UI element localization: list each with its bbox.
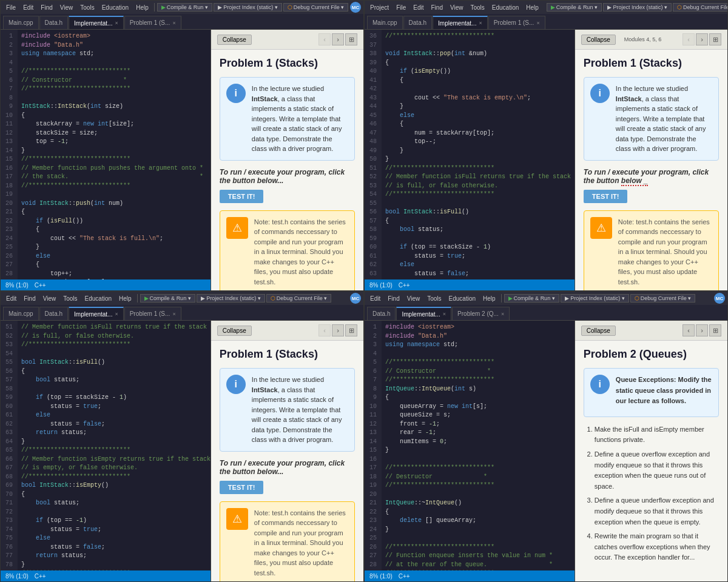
menu-tools[interactable]: Tools [77, 3, 97, 12]
menu-find[interactable]: Find [38, 3, 55, 12]
menu-find-bl[interactable]: Find [21, 294, 38, 303]
menu-find-tr[interactable]: Find [428, 3, 445, 12]
debug-btn[interactable]: ⬡ Debug Current File ▾ [283, 3, 349, 12]
menu-project[interactable]: Project [367, 3, 392, 12]
project-index-btn[interactable]: ▶ Project Index (static) ▾ [214, 3, 282, 12]
debug-btn-bl[interactable]: ⬡ Debug Current File ▾ [266, 294, 332, 303]
tab-implementat-bl[interactable]: Implementat... × [69, 307, 124, 320]
tab-implementat[interactable]: Implementat... × [69, 16, 124, 29]
menu-education-br[interactable]: Education [446, 294, 479, 303]
compile-run-btn-bl[interactable]: ▶ Compile & Run ▾ [140, 294, 195, 303]
tab-main-cpp[interactable]: Main.cpp [3, 16, 39, 29]
module-info: Modules 4, 5, 6 [624, 36, 662, 42]
tab-implementat-br[interactable]: Implementat... × [396, 307, 451, 320]
panel-content-bottom-left: Problem 1 (Stacks) i In the lecture we s… [211, 341, 363, 581]
debug-icon: ⬡ [288, 4, 292, 10]
line-numbers-top-left: 12345 678910 1112131415 1617181920 21222… [1, 30, 18, 279]
menu-tools-bl[interactable]: Tools [60, 294, 80, 303]
menu-edit[interactable]: Edit [20, 3, 36, 12]
tab-implementat-tr[interactable]: Implementat... × [433, 16, 488, 29]
project-index-btn-bl[interactable]: ▶ Project Index (static) ▾ [197, 294, 265, 303]
menu-help-br[interactable]: Help [480, 294, 499, 303]
problem-title-top-left: Problem 1 (Stacks) [220, 57, 355, 70]
menu-view[interactable]: View [57, 3, 76, 12]
tab-data-h-br[interactable]: Data.h [367, 307, 396, 320]
menu-help-tr[interactable]: Help [523, 3, 542, 12]
status-position-br: 8% (1:0) [369, 573, 393, 580]
menu-education[interactable]: Education [99, 3, 132, 12]
nav-prev-btn[interactable]: ‹ [318, 33, 331, 45]
status-bar-bottom-right: 8% (1:0) C++ [365, 570, 575, 581]
menu-edit-tr[interactable]: Edit [410, 3, 426, 12]
tab-close-icon-tr[interactable]: × [479, 20, 482, 26]
collapse-btn-top-left[interactable]: Collapse [217, 35, 252, 45]
tab-problem1-bl[interactable]: Problem 1 (S... × [124, 307, 181, 320]
below-underline: below _ [621, 176, 648, 186]
collapse-btn-bottom-right[interactable]: Collapse [581, 326, 616, 336]
code-scroll-bottom-left[interactable]: 5152535455 5657585960 6162636465 6667686… [1, 321, 211, 570]
tab-close-icon-bl[interactable]: × [115, 311, 118, 317]
tab-close-icon-2-bl[interactable]: × [172, 311, 175, 317]
project-index-btn-tr[interactable]: ▶ Project Index (static) ▾ [603, 3, 672, 12]
nav-expand-btn-tr[interactable]: ⊞ [709, 33, 721, 45]
tab-main-cpp-tr[interactable]: Main.cpp [367, 16, 403, 29]
tab-data-h[interactable]: Data.h [39, 16, 68, 29]
test-it-btn-top-left[interactable]: TEST IT! [220, 190, 264, 203]
tab-close-icon-2-br[interactable]: × [501, 311, 504, 317]
nav-expand-btn-bl[interactable]: ⊞ [345, 324, 357, 336]
menu-file[interactable]: File [3, 3, 19, 12]
tab-close-icon-br[interactable]: × [443, 311, 446, 317]
menu-edit-br[interactable]: Edit [367, 294, 383, 303]
nav-prev-btn-tr[interactable]: ‹ [682, 33, 695, 45]
tab-bar-top-left: Main.cpp Data.h Implementat... × Problem… [1, 14, 363, 30]
menu-help[interactable]: Help [133, 3, 152, 12]
nav-expand-btn-br[interactable]: ⊞ [709, 324, 721, 336]
menu-find-br[interactable]: Find [385, 294, 402, 303]
tab-data-h-tr[interactable]: Data.h [403, 16, 432, 29]
menu-file-tr[interactable]: File [393, 3, 409, 12]
test-it-btn-top-right[interactable]: TEST IT! [584, 190, 628, 203]
code-scroll-top-right[interactable]: 3637383940 4142434445 4647484950 5152535… [365, 30, 575, 279]
menu-help-bl[interactable]: Help [116, 294, 135, 303]
collapse-btn-bottom-left[interactable]: Collapse [217, 326, 252, 336]
nav-next-btn-br[interactable]: › [696, 324, 708, 336]
project-index-btn-br[interactable]: ▶ Project Index (static) ▾ [561, 294, 629, 303]
nav-next-btn[interactable]: › [332, 33, 344, 45]
tab-close-icon-2[interactable]: × [172, 20, 175, 26]
menu-view-bl[interactable]: View [40, 294, 59, 303]
nav-prev-btn-bl[interactable]: ‹ [318, 324, 331, 336]
warning-icon-bottom-left: ⚠ [226, 508, 248, 530]
menu-tools-br[interactable]: Tools [424, 294, 444, 303]
tab-problem1-tr[interactable]: Problem 1 (S... × [488, 16, 545, 29]
nav-next-btn-bl[interactable]: › [332, 324, 344, 336]
code-scroll-top-left[interactable]: 12345 678910 1112131415 1617181920 21222… [1, 30, 211, 279]
menu-education-bl[interactable]: Education [82, 294, 115, 303]
info-icon-bottom-right: i [590, 375, 610, 394]
tab-problem1[interactable]: Problem 1 (S... × [124, 16, 181, 29]
warning-box-top-right: ⚠ Note: test.h contains the series of co… [584, 210, 719, 291]
tab-main-cpp-bl[interactable]: Main.cpp [3, 307, 39, 320]
menu-tools-tr[interactable]: Tools [467, 3, 487, 12]
nav-next-btn-tr[interactable]: › [696, 33, 708, 45]
compile-run-btn-tr[interactable]: ▶ Compile & Run ▾ [547, 3, 602, 12]
compile-run-btn-br[interactable]: ▶ Compile & Run ▾ [504, 294, 559, 303]
debug-btn-br[interactable]: ⬡ Debug Current File ▾ [630, 294, 696, 303]
nav-expand-btn[interactable]: ⊞ [345, 33, 357, 45]
debug-btn-tr[interactable]: ⬡ Debug Current File ▾ [673, 3, 728, 12]
code-scroll-bottom-right[interactable]: 12345 678910 1112131415 1617181920 21222… [365, 321, 575, 570]
menu-edit-bl[interactable]: Edit [3, 294, 19, 303]
collapse-btn-top-right[interactable]: Collapse [581, 35, 616, 45]
menu-view-tr[interactable]: View [447, 3, 467, 12]
tab-close-icon[interactable]: × [115, 20, 118, 26]
separator [154, 3, 155, 12]
tab-problem2-br[interactable]: Problem 2 (Q... × [452, 307, 510, 320]
compile-run-btn[interactable]: ▶ Compile & Run ▾ [157, 3, 212, 12]
tab-data-h-bl[interactable]: Data.h [39, 307, 68, 320]
info-box-bottom-left: i In the lecture we studied IntStack, a … [220, 368, 355, 452]
nav-prev-btn-br[interactable]: ‹ [682, 324, 695, 336]
menu-education-tr[interactable]: Education [489, 3, 522, 12]
avatar-bl: MC [350, 293, 361, 304]
menu-view-br[interactable]: View [404, 294, 423, 303]
test-it-btn-bottom-left[interactable]: TEST IT! [220, 481, 264, 494]
tab-close-icon-2-tr[interactable]: × [536, 20, 539, 26]
